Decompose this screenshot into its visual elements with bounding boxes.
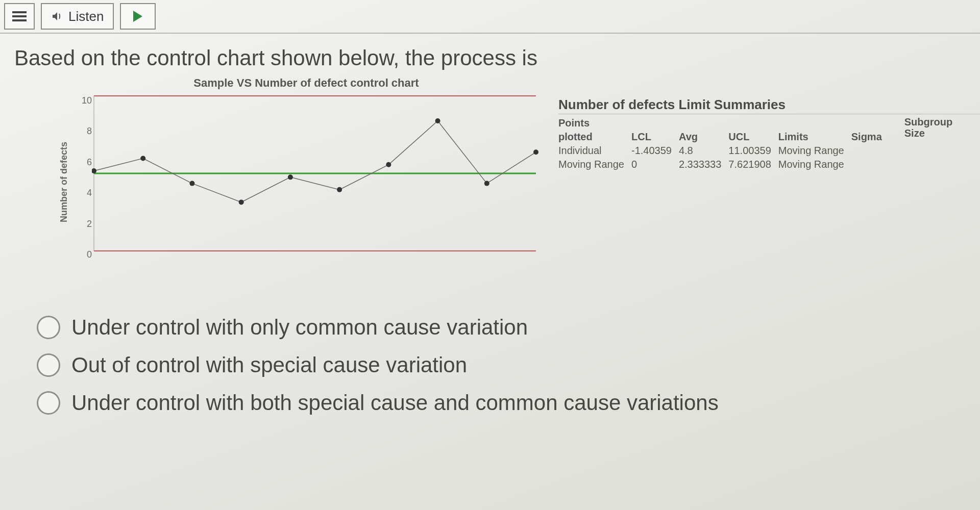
radio-option-a[interactable] — [37, 316, 60, 339]
svg-point-7 — [189, 181, 194, 186]
limits-summary: Number of defects Limit Summaries Points… — [556, 76, 980, 171]
hamburger-icon — [12, 11, 27, 21]
table-row: Individual -1.40359 4.8 11.00359 Moving … — [558, 144, 889, 158]
svg-point-12 — [435, 118, 440, 123]
radio-option-c[interactable] — [37, 391, 60, 415]
listen-label: Listen — [68, 9, 104, 24]
answer-options: Under control with only common cause var… — [0, 271, 980, 415]
play-button[interactable] — [120, 3, 156, 30]
radio-option-b[interactable] — [37, 353, 60, 377]
play-icon — [133, 11, 142, 22]
svg-point-6 — [140, 156, 145, 161]
chart-title: Sample VS Number of defect control chart — [56, 76, 556, 90]
svg-point-14 — [533, 149, 538, 155]
subgroup-header: Subgroup Size — [904, 116, 952, 139]
svg-point-11 — [386, 162, 391, 167]
speaker-icon — [51, 10, 63, 22]
table-row: Moving Range 0 2.333333 7.621908 Moving … — [558, 158, 889, 171]
chart-ylabel: Number of defects — [59, 142, 69, 222]
option-c-text: Under control with both special cause an… — [71, 391, 719, 415]
option-a-text: Under control with only common cause var… — [71, 315, 528, 340]
svg-point-9 — [288, 174, 293, 180]
svg-point-13 — [484, 181, 489, 186]
option-b-text: Out of control with special cause variat… — [71, 353, 467, 377]
limits-table: Points plotted LCL Avg UCL Limits Sigma … — [558, 116, 889, 171]
menu-button[interactable] — [4, 3, 35, 30]
chart-yticks: 10 8 6 4 2 0 — [71, 93, 92, 262]
svg-point-10 — [337, 187, 342, 192]
listen-button[interactable]: Listen — [41, 3, 114, 30]
svg-point-8 — [239, 199, 244, 205]
control-chart: Sample VS Number of defect control chart… — [56, 76, 556, 271]
question-text: Based on the control chart shown below, … — [0, 34, 980, 76]
chart-plot-area — [92, 93, 541, 271]
toolbar: Listen — [0, 0, 980, 34]
summary-heading: Number of defects Limit Summaries — [558, 97, 980, 114]
